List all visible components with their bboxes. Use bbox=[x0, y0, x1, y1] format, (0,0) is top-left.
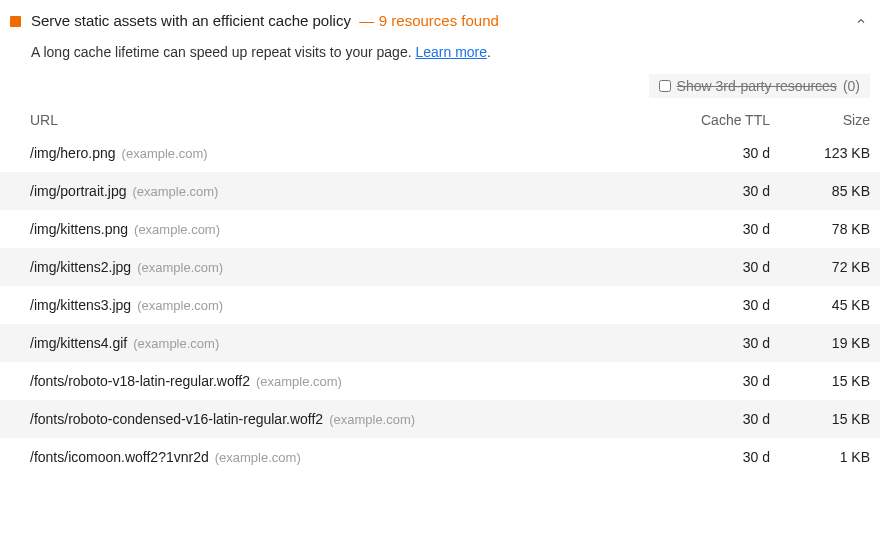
table-row: /fonts/roboto-condensed-v16-latin-regula… bbox=[0, 400, 880, 438]
third-party-toggle-row: Show 3rd-party resources (0) bbox=[0, 74, 880, 106]
url-domain: (example.com) bbox=[134, 222, 220, 237]
cell-url: /img/portrait.jpg(example.com) bbox=[10, 183, 650, 199]
url-domain: (example.com) bbox=[122, 146, 208, 161]
cell-size: 1 KB bbox=[770, 449, 870, 465]
cell-url: /fonts/roboto-v18-latin-regular.woff2(ex… bbox=[10, 373, 650, 389]
url-domain: (example.com) bbox=[329, 412, 415, 427]
cell-ttl: 30 d bbox=[650, 297, 770, 313]
cell-ttl: 30 d bbox=[650, 411, 770, 427]
url-path: /img/kittens4.gif bbox=[30, 335, 127, 351]
cell-ttl: 30 d bbox=[650, 183, 770, 199]
cell-ttl: 30 d bbox=[650, 221, 770, 237]
table-row: /fonts/roboto-v18-latin-regular.woff2(ex… bbox=[0, 362, 880, 400]
url-path: /img/hero.png bbox=[30, 145, 116, 161]
audit-header[interactable]: Serve static assets with an efficient ca… bbox=[0, 12, 880, 30]
audit-separator: — bbox=[359, 12, 374, 29]
cell-size: 45 KB bbox=[770, 297, 870, 313]
cell-size: 72 KB bbox=[770, 259, 870, 275]
cell-url: /fonts/icomoon.woff2?1vnr2d(example.com) bbox=[10, 449, 650, 465]
audit-description-text: A long cache lifetime can speed up repea… bbox=[31, 44, 415, 60]
cell-size: 19 KB bbox=[770, 335, 870, 351]
third-party-checkbox[interactable] bbox=[659, 80, 671, 92]
table-body: /img/hero.png(example.com)30 d123 KB/img… bbox=[0, 134, 880, 476]
cell-url: /img/kittens2.jpg(example.com) bbox=[10, 259, 650, 275]
url-path: /fonts/roboto-v18-latin-regular.woff2 bbox=[30, 373, 250, 389]
cell-ttl: 30 d bbox=[650, 335, 770, 351]
table-header: URL Cache TTL Size bbox=[0, 106, 880, 134]
header-size: Size bbox=[770, 112, 870, 128]
header-url: URL bbox=[10, 112, 650, 128]
table-row: /img/hero.png(example.com)30 d123 KB bbox=[0, 134, 880, 172]
chevron-up-icon[interactable] bbox=[852, 12, 870, 30]
audit-panel: Serve static assets with an efficient ca… bbox=[0, 0, 880, 476]
third-party-count: (0) bbox=[843, 78, 860, 94]
url-domain: (example.com) bbox=[137, 260, 223, 275]
audit-title-group: Serve static assets with an efficient ca… bbox=[31, 12, 499, 30]
third-party-toggle[interactable]: Show 3rd-party resources (0) bbox=[649, 74, 870, 98]
table-row: /fonts/icomoon.woff2?1vnr2d(example.com)… bbox=[0, 438, 880, 476]
cell-size: 15 KB bbox=[770, 373, 870, 389]
url-path: /fonts/icomoon.woff2?1vnr2d bbox=[30, 449, 209, 465]
cell-ttl: 30 d bbox=[650, 259, 770, 275]
cell-url: /img/kittens.png(example.com) bbox=[10, 221, 650, 237]
cell-url: /fonts/roboto-condensed-v16-latin-regula… bbox=[10, 411, 650, 427]
header-ttl: Cache TTL bbox=[650, 112, 770, 128]
url-domain: (example.com) bbox=[132, 184, 218, 199]
cell-ttl: 30 d bbox=[650, 373, 770, 389]
cell-ttl: 30 d bbox=[650, 145, 770, 161]
table-row: /img/portrait.jpg(example.com)30 d85 KB bbox=[0, 172, 880, 210]
cell-size: 85 KB bbox=[770, 183, 870, 199]
cell-url: /img/kittens4.gif(example.com) bbox=[10, 335, 650, 351]
cell-size: 15 KB bbox=[770, 411, 870, 427]
third-party-label: Show 3rd-party resources bbox=[677, 78, 837, 94]
url-path: /img/kittens.png bbox=[30, 221, 128, 237]
resources-table: URL Cache TTL Size /img/hero.png(example… bbox=[0, 106, 880, 476]
cell-ttl: 30 d bbox=[650, 449, 770, 465]
table-row: /img/kittens.png(example.com)30 d78 KB bbox=[0, 210, 880, 248]
url-domain: (example.com) bbox=[137, 298, 223, 313]
learn-more-link[interactable]: Learn more bbox=[415, 44, 487, 60]
url-path: /img/kittens3.jpg bbox=[30, 297, 131, 313]
url-path: /fonts/roboto-condensed-v16-latin-regula… bbox=[30, 411, 323, 427]
cell-size: 123 KB bbox=[770, 145, 870, 161]
table-row: /img/kittens4.gif(example.com)30 d19 KB bbox=[0, 324, 880, 362]
url-domain: (example.com) bbox=[256, 374, 342, 389]
warning-badge-icon bbox=[10, 16, 21, 27]
url-path: /img/kittens2.jpg bbox=[30, 259, 131, 275]
cell-url: /img/hero.png(example.com) bbox=[10, 145, 650, 161]
cell-url: /img/kittens3.jpg(example.com) bbox=[10, 297, 650, 313]
table-row: /img/kittens2.jpg(example.com)30 d72 KB bbox=[0, 248, 880, 286]
audit-summary: 9 resources found bbox=[379, 12, 499, 29]
url-domain: (example.com) bbox=[133, 336, 219, 351]
url-path: /img/portrait.jpg bbox=[30, 183, 126, 199]
audit-description-post: . bbox=[487, 44, 491, 60]
audit-description: A long cache lifetime can speed up repea… bbox=[0, 30, 880, 74]
audit-title: Serve static assets with an efficient ca… bbox=[31, 12, 351, 29]
cell-size: 78 KB bbox=[770, 221, 870, 237]
url-domain: (example.com) bbox=[215, 450, 301, 465]
table-row: /img/kittens3.jpg(example.com)30 d45 KB bbox=[0, 286, 880, 324]
